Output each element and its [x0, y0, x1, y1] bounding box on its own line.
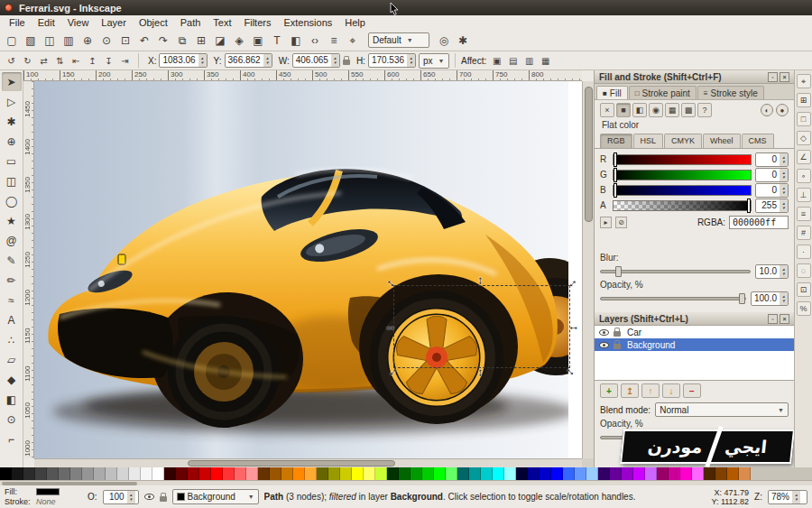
menu-item[interactable]: Help [338, 15, 372, 30]
layers-panel-title[interactable]: Layers (Shift+Ctrl+L) ▫ × [595, 312, 794, 326]
clone-icon[interactable]: ◈ [230, 32, 248, 50]
snap-icon[interactable]: ⌖ [344, 32, 362, 50]
raise-to-top-icon[interactable]: ⇤ [69, 53, 84, 69]
lower-icon[interactable]: ↧ [101, 53, 116, 69]
fill-stroke-dialog-icon[interactable]: ◧ [287, 32, 305, 50]
paste-icon[interactable]: ⊞ [192, 32, 210, 50]
palette-swatch[interactable] [223, 467, 235, 480]
vertical-ruler[interactable]: 1450140013501300125012001150110010501000 [23, 81, 34, 458]
scale-handle-top-right[interactable]: ↔ [564, 275, 578, 290]
dropper-tool[interactable]: ⊙ [2, 410, 22, 429]
palette-swatch[interactable] [328, 467, 340, 480]
paint-swatch-button[interactable]: ▩ [681, 103, 696, 117]
palette-swatch[interactable] [129, 467, 141, 480]
align-dialog-icon[interactable]: ≡ [325, 32, 343, 50]
units-dropdown[interactable]: px▼ [419, 53, 449, 69]
palette-swatch[interactable] [188, 467, 199, 480]
document-page[interactable]: ↔ ↔ ↔ ↔ ↔ ↔ ↔ ↔ [34, 81, 568, 458]
palette-swatch[interactable] [293, 467, 305, 480]
style-preset-dropdown[interactable]: Default ▼ [368, 32, 429, 48]
raise-icon[interactable]: ↥ [85, 53, 100, 69]
selection-opacity-spinbox[interactable]: 100▴▾ [103, 490, 139, 504]
lower-layer-button[interactable]: ↓ [662, 383, 680, 398]
palette-swatch[interactable] [152, 467, 164, 480]
channel-slider[interactable] [613, 154, 752, 165]
scale-handle-left[interactable]: ↔ [384, 322, 396, 331]
palette-swatch[interactable] [704, 467, 715, 480]
raise-layer-button[interactable]: ↑ [641, 383, 660, 398]
palette-swatch[interactable] [528, 467, 540, 480]
palette-swatch[interactable] [47, 467, 59, 480]
color-space-tab[interactable]: CMYK [664, 134, 702, 148]
panel-float-button[interactable]: ▫ [768, 314, 778, 324]
palette-swatch[interactable] [434, 467, 446, 480]
snap-nodes-icon[interactable]: ∠ [797, 150, 811, 164]
opacity-spinbox[interactable]: 100.0▴▾ [751, 291, 789, 306]
affect-move-icon[interactable]: ▣ [489, 53, 504, 69]
save-document-icon[interactable]: ◫ [41, 32, 59, 50]
spray-tool[interactable]: ∴ [2, 330, 22, 349]
palette-swatch[interactable] [622, 467, 633, 480]
rectangle-tool[interactable]: ▭ [2, 152, 22, 171]
channel-marker[interactable] [748, 199, 750, 212]
palette-swatch[interactable] [493, 467, 504, 480]
horizontal-ruler[interactable]: 1001502002503003504004505005506006507007… [23, 70, 582, 81]
color-managed-icon[interactable]: ⊘ [615, 217, 627, 228]
menu-item[interactable]: Layer [95, 15, 133, 30]
menu-item[interactable]: Edit [32, 15, 61, 30]
palette-swatch[interactable] [446, 467, 457, 480]
fill-stroke-tab[interactable]: ≡ Stroke style [697, 86, 764, 99]
palette-swatch[interactable] [305, 467, 317, 480]
view-mode-icon[interactable]: ◎ [435, 32, 453, 50]
palette-swatch[interactable] [106, 467, 117, 480]
palette-swatch[interactable] [457, 467, 469, 480]
panel-close-button[interactable]: × [780, 72, 789, 82]
zoom-spinbox[interactable]: 78%▴▾ [768, 490, 807, 504]
palette-swatch[interactable] [82, 467, 94, 480]
channel-marker[interactable] [614, 169, 616, 181]
palette-swatch[interactable] [141, 467, 152, 480]
palette-swatch[interactable] [692, 467, 704, 480]
snap-paths-icon[interactable]: ∘ [797, 169, 811, 183]
paint-linear-gradient-button[interactable]: ◧ [632, 103, 647, 117]
fill-rule-nonzero-button[interactable]: ● [776, 104, 789, 116]
blur-spinbox[interactable]: 10.0▴▾ [755, 264, 789, 279]
palette-swatch[interactable] [715, 467, 727, 480]
menu-item[interactable]: Text [207, 15, 237, 30]
duplicate-icon[interactable]: ◪ [211, 32, 229, 50]
calligraphy-tool[interactable]: ≈ [2, 291, 22, 309]
layer-lock-toggle[interactable] [160, 496, 167, 502]
palette-swatch[interactable] [375, 467, 387, 480]
vertical-scrollbar-thumb[interactable] [585, 87, 593, 222]
palette-swatch[interactable] [563, 467, 575, 480]
palette-swatch[interactable] [352, 467, 364, 480]
gradient-tool[interactable]: ◧ [2, 390, 22, 409]
star-tool[interactable]: ★ [2, 211, 22, 230]
snap-bbox-icon[interactable]: ⊞ [797, 93, 811, 107]
title-bar[interactable]: Ferrari.svg - Inkscape [0, 0, 812, 15]
affect-gradients-icon[interactable]: ▦ [538, 53, 553, 69]
channel-slider[interactable] [613, 200, 752, 211]
palette-swatch[interactable] [281, 467, 293, 480]
affect-scale-icon[interactable]: ▤ [505, 53, 521, 69]
tweak-tool[interactable]: ✱ [2, 112, 22, 131]
paint-flat-button[interactable]: ■ [616, 103, 631, 117]
lock-ratio-icon[interactable] [343, 60, 350, 65]
snap-rotation-center-icon[interactable]: · [797, 245, 811, 259]
palette-swatch[interactable] [199, 467, 211, 480]
palette-swatch[interactable] [246, 467, 258, 480]
flip-horizontal-icon[interactable]: ⇄ [36, 53, 51, 69]
palette-swatch[interactable] [657, 467, 669, 480]
new-document-icon[interactable]: ▢ [3, 32, 21, 50]
palette-swatch[interactable] [364, 467, 375, 480]
palette-swatch[interactable] [164, 467, 176, 480]
channel-spinbox[interactable]: 0▴▾ [755, 168, 789, 182]
xml-editor-icon[interactable]: ‹› [306, 32, 324, 50]
paint-unknown-button[interactable]: ? [697, 103, 712, 117]
palette-swatch[interactable] [610, 467, 622, 480]
snap-centers-icon[interactable]: # [797, 226, 811, 240]
fill-stroke-tab[interactable]: □ Stroke paint [629, 86, 697, 99]
zoom-page-icon[interactable]: ⊡ [116, 32, 134, 50]
color-space-tab[interactable]: Wheel [703, 134, 741, 148]
snap-bbox-corners-icon[interactable]: ◇ [797, 131, 811, 145]
